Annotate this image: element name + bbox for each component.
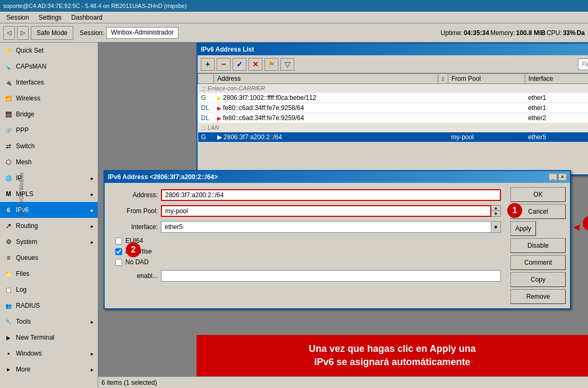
address-input[interactable]: [161, 189, 501, 201]
menu-dashboard[interactable]: Dashboard: [67, 13, 107, 22]
back-button[interactable]: ◁: [3, 26, 15, 40]
sidebar-item-bridge[interactable]: Bridge: [0, 106, 98, 122]
sidebar-item-ipv6[interactable]: IPv6 ▸: [0, 202, 98, 218]
menu-session[interactable]: Session: [2, 13, 33, 22]
annotation-circle-3: 3: [583, 216, 588, 231]
ok-button[interactable]: OK: [510, 187, 566, 202]
sidebar-label-wireless: Wireless: [16, 95, 40, 102]
remove-button[interactable]: Remove: [510, 289, 566, 304]
sidebar-item-files[interactable]: Files: [0, 266, 98, 282]
row-type: DL: [198, 113, 214, 123]
col-address[interactable]: Address: [214, 74, 438, 84]
sidebar-item-routing[interactable]: Routing ▸: [0, 218, 98, 234]
row-address: ▶ 2806:3f7:1002::ffff:f0ca:bebe/112: [214, 93, 438, 103]
sidebar-item-windows[interactable]: Windows ▸: [0, 345, 98, 361]
routing-arrow-icon: ▸: [91, 223, 93, 229]
sidebar-item-new-terminal[interactable]: New Terminal: [0, 330, 98, 345]
info-banner: Una vez que hagas clic en Apply una IPv6…: [197, 335, 588, 376]
sidebar-item-mesh[interactable]: Mesh: [0, 154, 98, 170]
detail-close-button[interactable]: ✕: [558, 173, 567, 181]
mpls-arrow-icon: ▸: [91, 191, 93, 197]
safe-mode-button[interactable]: Safe Mode: [31, 26, 73, 40]
nodad-label: No DAD: [125, 258, 149, 266]
sidebar-item-radius[interactable]: RADIUS: [0, 298, 98, 314]
title-bar: soporte@C4:AD:34:7E:92:5C - 5.48.4 on RB…: [0, 0, 588, 12]
sidebar-item-ppp[interactable]: PPP: [0, 122, 98, 138]
col-type[interactable]: [198, 74, 214, 84]
action-buttons-panel: OK Cancel Apply ◄ 3 Disable Comment Copy: [506, 183, 570, 308]
memory-value: 100.8 MiB: [516, 29, 546, 37]
delete-button[interactable]: −: [217, 58, 231, 71]
sidebar-item-capsman[interactable]: CAPsMAN: [0, 58, 98, 74]
comment-list-button[interactable]: ⚑: [265, 58, 278, 71]
advertise-row: Advertise 2: [115, 248, 496, 255]
table-row[interactable]: DL ▶ fe80::c6ad:34ff:fe7e:9258/64 ether1…: [198, 103, 589, 113]
from-pool-input[interactable]: [161, 205, 491, 217]
sidebar-label-tools: Tools: [16, 318, 31, 325]
sidebar-item-log[interactable]: Log: [0, 282, 98, 298]
filter-button[interactable]: ▽: [280, 58, 294, 71]
ipv6-list-title: IPv6 Address List: [201, 46, 254, 53]
sidebar-label-ipv6: IPv6: [16, 206, 29, 214]
sidebar-item-tools[interactable]: Tools ▸: [0, 314, 98, 330]
sidebar-item-switch[interactable]: Switch: [0, 138, 98, 154]
detail-minimize-button[interactable]: _: [549, 173, 557, 181]
enable-button[interactable]: ✓: [233, 58, 246, 71]
add-button[interactable]: +: [201, 58, 215, 71]
row-address-selected: ▶ 2806:3f7:a200:2::/64: [214, 132, 438, 142]
row-flag-selected: ▶: [217, 133, 222, 141]
type-badge-g: G: [201, 133, 206, 141]
interface-row: Interface: ▼: [110, 221, 501, 233]
col-from-pool[interactable]: From Pool: [448, 74, 525, 84]
sidebar-label-windows: Windows: [16, 350, 42, 357]
disable-button[interactable]: Disable: [510, 238, 566, 253]
info-banner-line1: Una vez que hagas clic en Apply una: [207, 342, 577, 356]
title-bar-text: soporte@C4:AD:34:7E:92:5C - 5.48.4 on RB…: [3, 3, 187, 9]
disable-list-button[interactable]: ✕: [249, 58, 262, 71]
type-badge-dl: DL: [201, 104, 209, 112]
wireless-icon: [4, 94, 13, 103]
uptime-label: Uptime:: [441, 29, 463, 37]
interface-dropdown[interactable]: ▼: [491, 221, 501, 233]
table-row[interactable]: DL ▶ fe80::c6ad:34ff:fe7e:9259/64 ether2…: [198, 113, 589, 123]
nodad-checkbox[interactable]: [115, 259, 122, 266]
ipv6-icon: [4, 206, 13, 214]
menu-settings[interactable]: Settings: [35, 13, 66, 22]
copy-button[interactable]: Copy: [510, 272, 566, 287]
session-label: Session:: [80, 29, 104, 37]
status-text: 6 items (1 selected): [98, 376, 588, 388]
from-pool-row: From Pool: ▲ ▼ 1: [110, 205, 501, 217]
sidebar-label-new-terminal: New Terminal: [16, 334, 54, 341]
sidebar-item-queues[interactable]: Queues: [0, 250, 98, 266]
sidebar-label-files: Files: [16, 270, 29, 277]
from-pool-up[interactable]: ▲: [491, 205, 501, 211]
from-pool-down[interactable]: ▼: [491, 211, 501, 217]
sidebar-item-system[interactable]: System ▸: [0, 234, 98, 250]
sidebar-item-mpls[interactable]: MPLS ▸: [0, 186, 98, 202]
sidebar-item-quick-set[interactable]: Quick Set: [0, 43, 98, 58]
col-interface[interactable]: Interface: [525, 74, 588, 84]
sidebar-item-ip[interactable]: IP ▸: [0, 170, 98, 186]
sidebar-label-log: Log: [16, 286, 27, 293]
find-input[interactable]: [578, 58, 588, 70]
eui64-checkbox[interactable]: [115, 238, 122, 244]
table-row-selected[interactable]: G ▶ 2806:3f7:a200:2::/64 my-pool ether5 …: [198, 132, 589, 142]
routing-icon: [4, 222, 13, 230]
from-pool-label: From Pool:: [110, 207, 158, 215]
apply-arrow: ◄: [571, 221, 582, 233]
sidebar-label-quick-set: Quick Set: [16, 47, 44, 54]
enabled-input[interactable]: [161, 270, 501, 282]
advertise-checkbox[interactable]: [115, 248, 122, 255]
sidebar-item-more[interactable]: More ▸: [0, 361, 98, 377]
apply-button[interactable]: Apply: [510, 221, 536, 236]
interface-input[interactable]: [161, 221, 491, 233]
queues-icon: [4, 254, 13, 262]
forward-button[interactable]: ▷: [17, 26, 29, 40]
comment-button[interactable]: Comment: [510, 255, 566, 270]
table-row: ;;; LAN: [198, 123, 589, 132]
sidebar-item-interfaces[interactable]: Interfaces: [0, 74, 98, 90]
col-sort-arrow[interactable]: ↕: [438, 74, 448, 84]
table-row[interactable]: G ▶ 2806:3f7:1002::ffff:f0ca:bebe/112 et…: [198, 93, 589, 103]
annotation-circle-1: 1: [507, 203, 522, 218]
sidebar-item-wireless[interactable]: Wireless: [0, 90, 98, 106]
